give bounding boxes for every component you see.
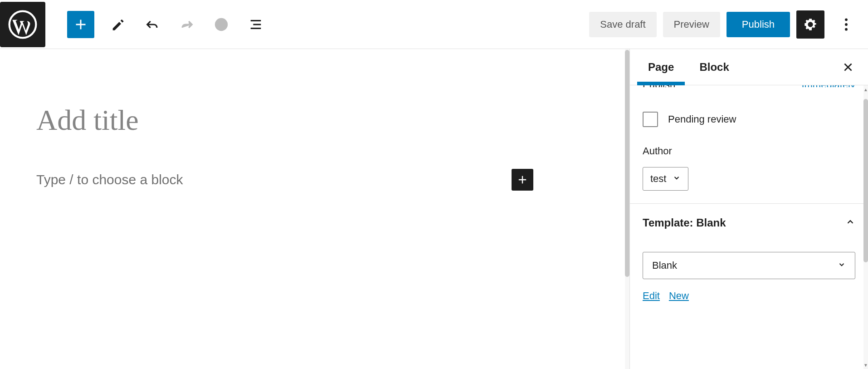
sidebar-scrollbar[interactable]: ▲ ▼: [863, 85, 868, 369]
author-field-label: Author: [643, 145, 855, 157]
toolbar-left-group: [45, 11, 267, 38]
block-placeholder-text[interactable]: Type / to choose a block: [36, 172, 512, 187]
redo-icon: [179, 17, 195, 32]
tab-block[interactable]: Block: [692, 49, 736, 85]
publish-label: Publish: [643, 85, 675, 87]
dots-vertical-icon: [844, 17, 848, 32]
svg-point-3: [221, 21, 222, 22]
template-edit-link[interactable]: Edit: [643, 290, 660, 302]
editor-canvas[interactable]: Type / to choose a block: [0, 49, 625, 369]
sidebar-body: Publish Immediately Pending review Autho…: [630, 85, 868, 369]
outline-button[interactable]: [245, 14, 267, 35]
scroll-down-arrow-icon[interactable]: ▼: [863, 362, 868, 368]
panel-template: Template: Blank Blank Edit New: [630, 204, 868, 315]
publish-schedule-row: Publish Immediately: [643, 85, 855, 87]
panel-template-title: Template: Blank: [643, 216, 726, 229]
wordpress-logo[interactable]: [0, 2, 45, 47]
inline-add-block-button[interactable]: [512, 169, 533, 191]
template-new-link[interactable]: New: [669, 290, 689, 302]
plus-icon: [73, 16, 89, 33]
publish-button[interactable]: Publish: [727, 12, 790, 37]
panel-status: Publish Immediately Pending review Autho…: [630, 85, 868, 204]
svg-point-9: [845, 28, 848, 30]
svg-point-7: [845, 18, 848, 21]
undo-button[interactable]: [141, 14, 163, 35]
wordpress-icon: [8, 10, 37, 39]
settings-button[interactable]: [796, 10, 824, 39]
author-select-value: test: [650, 173, 666, 185]
scroll-up-arrow-icon[interactable]: ▲: [863, 86, 868, 93]
publish-value-link[interactable]: Immediately: [801, 85, 855, 87]
editor-scrollbar[interactable]: [625, 49, 629, 369]
add-block-button[interactable]: [67, 11, 94, 38]
save-draft-button[interactable]: Save draft: [589, 12, 656, 37]
template-select-value: Blank: [652, 260, 677, 271]
chevron-down-icon: [673, 173, 681, 185]
tab-page[interactable]: Page: [641, 49, 681, 85]
close-icon: [842, 61, 854, 73]
pending-review-label: Pending review: [668, 113, 736, 125]
more-options-button[interactable]: [835, 14, 857, 35]
edit-tool-button[interactable]: [107, 14, 129, 35]
template-select[interactable]: Blank: [643, 252, 855, 279]
page-title-input[interactable]: [36, 103, 533, 137]
sidebar-tabs: Page Block: [630, 49, 868, 85]
preview-button[interactable]: Preview: [663, 12, 720, 37]
plus-icon: [516, 173, 529, 186]
pencil-icon: [110, 17, 126, 32]
list-view-icon: [248, 17, 263, 32]
redo-button[interactable]: [176, 14, 198, 35]
svg-point-8: [845, 23, 848, 26]
panel-template-header[interactable]: Template: Blank: [630, 204, 868, 242]
editor-toolbar: Save draft Preview Publish: [0, 0, 868, 49]
info-icon: [214, 17, 229, 32]
undo-icon: [145, 17, 160, 32]
chevron-down-icon: [838, 260, 846, 271]
author-select[interactable]: test: [643, 167, 688, 191]
chevron-up-icon: [845, 217, 855, 229]
gear-icon: [803, 17, 818, 32]
close-sidebar-button[interactable]: [839, 58, 857, 76]
details-button[interactable]: [210, 14, 232, 35]
pending-review-row: Pending review: [643, 112, 855, 127]
pending-review-checkbox[interactable]: [643, 112, 658, 127]
settings-sidebar: Page Block Publish Immediately Pending r…: [629, 49, 868, 369]
toolbar-right-group: Save draft Preview Publish: [589, 10, 857, 39]
